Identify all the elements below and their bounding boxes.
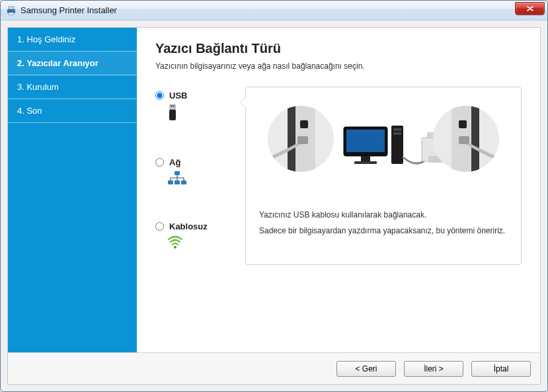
svg-rect-16 xyxy=(288,106,295,172)
main-panel: Yazıcı Bağlantı Türü Yazıcının bilgisaya… xyxy=(137,28,540,352)
network-icon xyxy=(155,171,235,188)
sidebar-step-search[interactable]: 2. Yazıcılar Aranıyor xyxy=(8,52,137,75)
wizard-footer: < Geri İleri > İptal xyxy=(8,352,540,384)
speech-notch xyxy=(240,97,246,108)
radio-usb[interactable] xyxy=(155,91,164,100)
usb-icon xyxy=(155,104,235,124)
back-button[interactable]: < Geri xyxy=(336,361,396,377)
svg-rect-22 xyxy=(346,130,385,152)
cancel-button[interactable]: İptal xyxy=(471,361,531,377)
svg-point-12 xyxy=(174,246,176,249)
wizard-sidebar: 1. Hoş Geldiniz 2. Yazıcılar Aranıyor 3.… xyxy=(8,28,137,352)
label-usb: USB xyxy=(169,91,187,100)
radio-network[interactable] xyxy=(155,158,164,167)
window-body: 1. Hoş Geldiniz 2. Yazıcılar Aranıyor 3.… xyxy=(1,20,547,391)
option-wireless[interactable]: Kablosuz xyxy=(155,221,235,251)
svg-rect-9 xyxy=(168,180,173,184)
option-usb[interactable]: USB xyxy=(155,91,235,124)
svg-rect-7 xyxy=(169,110,176,120)
svg-rect-24 xyxy=(354,161,377,164)
content-frame: 1. Hoş Geldiniz 2. Yazıcılar Aranıyor 3.… xyxy=(7,27,541,385)
close-button[interactable] xyxy=(515,2,545,15)
svg-rect-34 xyxy=(471,106,479,172)
preview-line1: Yazıcınız USB kablosu kullanılarak bağla… xyxy=(259,210,426,219)
svg-rect-5 xyxy=(171,106,173,107)
window-title: Samsung Printer Installer xyxy=(20,5,117,15)
label-network: Ağ xyxy=(169,157,180,167)
sidebar-step-finish[interactable]: 4. Son xyxy=(8,99,137,123)
svg-rect-11 xyxy=(181,180,186,184)
usb-illustration xyxy=(259,99,508,198)
svg-rect-1 xyxy=(9,7,14,9)
svg-rect-6 xyxy=(173,106,175,107)
label-wireless: Kablosuz xyxy=(169,221,208,231)
titlebar[interactable]: Samsung Printer Installer xyxy=(1,1,547,20)
close-icon xyxy=(527,6,533,11)
svg-rect-35 xyxy=(459,120,467,128)
svg-rect-10 xyxy=(175,180,180,184)
preview-line2: Sadece bir bilgisayardan yazdırma yapaca… xyxy=(259,226,505,235)
sidebar-step-install[interactable]: 3. Kurulum xyxy=(8,75,137,99)
wifi-icon xyxy=(155,235,235,251)
svg-rect-26 xyxy=(393,128,401,131)
sidebar-step-welcome[interactable]: 1. Hoş Geldiniz xyxy=(8,28,137,52)
option-network[interactable]: Ağ xyxy=(155,157,235,188)
svg-rect-19 xyxy=(297,136,308,144)
svg-rect-18 xyxy=(300,120,308,128)
printer-app-icon xyxy=(6,5,17,16)
connection-preview: Yazıcınız USB kablosu kullanılarak bağla… xyxy=(245,87,522,265)
svg-rect-2 xyxy=(9,13,14,15)
radio-wireless[interactable] xyxy=(155,222,164,231)
next-button[interactable]: İleri > xyxy=(404,361,463,377)
installer-window: Samsung Printer Installer 1. Hoş Geldini… xyxy=(0,0,548,392)
svg-rect-36 xyxy=(459,136,469,144)
svg-rect-27 xyxy=(393,132,401,135)
svg-point-3 xyxy=(13,10,15,11)
page-subtitle: Yazıcının bilgisayarınız veya ağa nasıl … xyxy=(155,61,522,71)
connection-options: USB xyxy=(155,87,235,265)
svg-rect-25 xyxy=(391,126,403,164)
svg-rect-23 xyxy=(361,156,370,161)
svg-rect-4 xyxy=(170,104,175,110)
svg-rect-8 xyxy=(175,171,180,175)
page-heading: Yazıcı Bağlantı Türü xyxy=(155,41,522,56)
